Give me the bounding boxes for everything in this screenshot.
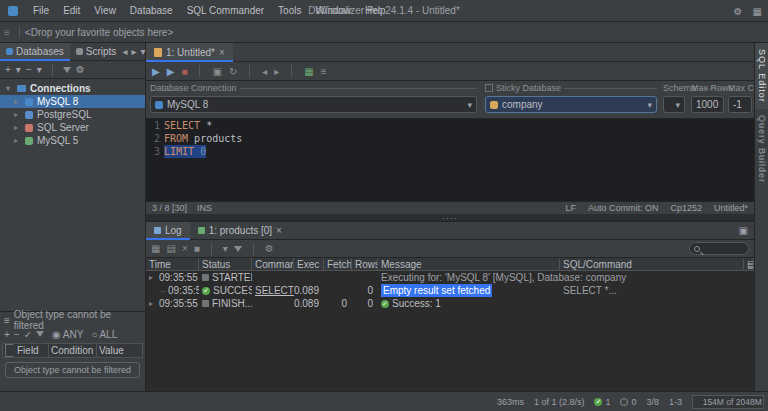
col-exec[interactable]: Exec [294, 258, 324, 271]
stop-icon[interactable]: ■ [181, 66, 187, 77]
tab-untitled[interactable]: 1: Untitled* × [146, 43, 233, 62]
expand-icon[interactable]: ▸ [14, 136, 21, 145]
save-icon[interactable]: ▣ [212, 66, 221, 77]
tab-databases[interactable]: Databases [0, 43, 70, 61]
tree-item-postgresql[interactable]: ▸ PostgreSQL [0, 108, 145, 121]
databases-icon [6, 48, 13, 55]
filter-funnel-icon[interactable] [63, 67, 71, 73]
sort-icon[interactable]: ▾ [223, 243, 228, 254]
document-tabbar: 1: Untitled* × [146, 43, 754, 62]
menu-file[interactable]: File [26, 5, 56, 16]
message-selected[interactable]: Empty result set fetched [381, 284, 492, 297]
filter-disabled-button[interactable]: Object type cannot be filtered [5, 362, 140, 378]
menu-edit[interactable]: Edit [56, 5, 87, 16]
execute-icon[interactable]: ▶ [152, 66, 160, 77]
expand-icon[interactable]: ▸ [149, 271, 156, 284]
database-icon [25, 111, 33, 119]
remove-dropdown-icon[interactable]: ▾ [37, 64, 42, 75]
memory-indicator[interactable]: 154M of 2048M [692, 395, 764, 409]
pause-log-icon[interactable]: ■ [194, 243, 200, 254]
tree-item-mysql8[interactable]: ▸ MySQL 8 [0, 95, 145, 108]
close-tab-icon[interactable]: × [219, 47, 225, 58]
add-connection-icon[interactable]: + [5, 64, 11, 75]
encoding[interactable]: Cp1252 [670, 203, 702, 213]
float-panel-icon[interactable]: ▣ [739, 225, 754, 236]
options-menu-icon[interactable]: ≡ [321, 66, 327, 77]
tab-query-builder[interactable]: Query Builder [755, 109, 768, 189]
tab-log[interactable]: Log [146, 222, 190, 240]
nav-forward-icon[interactable]: ▸ [131, 46, 136, 57]
col-command[interactable]: Command [252, 258, 294, 271]
filter-row-checkbox[interactable] [5, 344, 13, 357]
settings-gear-icon[interactable]: ⚙ [734, 6, 743, 17]
clear-log-icon[interactable]: × [182, 243, 188, 254]
tree-options-icon[interactable]: ⚙ [76, 64, 85, 75]
database-connection-select[interactable]: MySQL 8 ▾ [150, 96, 477, 113]
database-select[interactable]: company ▾ [485, 96, 657, 113]
line-ending[interactable]: LF [565, 203, 576, 213]
tree-item-mysql5[interactable]: ▸ MySQL 5 [0, 134, 145, 147]
filter-add-icon[interactable]: + [4, 329, 10, 340]
max-rows-input[interactable]: 1000 [691, 96, 724, 113]
col-time[interactable]: Time [146, 258, 199, 271]
log-row-success[interactable]: →09:35:55 ✓SUCCESS SELECT 0.089 0 Empty … [146, 284, 754, 297]
execute-current-icon[interactable]: ▶ [167, 66, 175, 77]
favorites-drop-hint: <Drop your favorite objects here> [25, 27, 173, 38]
col-message[interactable]: Message [378, 258, 560, 271]
max-chars-input[interactable]: -1 [728, 96, 752, 113]
expand-icon[interactable]: ▸ [14, 97, 21, 106]
close-tab-icon[interactable]: × [276, 225, 282, 236]
remove-connection-icon[interactable]: − [26, 64, 32, 75]
col-config-icon[interactable]: ▤ [744, 258, 754, 271]
col-status[interactable]: Status [199, 258, 252, 271]
menu-database[interactable]: Database [123, 5, 180, 16]
expand-icon[interactable]: ▸ [14, 123, 21, 132]
expand-icon[interactable]: ▸ [14, 110, 21, 119]
caret-position: 3 / 8 [30] [152, 203, 187, 213]
history-back-icon[interactable]: ◂ [262, 66, 267, 77]
menu-tools[interactable]: Tools [271, 5, 308, 16]
nav-back-icon[interactable]: ◂ [122, 46, 127, 57]
log-row-finished[interactable]: ▸09:35:55 FINISH... 0.089 0 0 ✓Success: … [146, 297, 754, 310]
tab-scripts[interactable]: Scripts [70, 43, 123, 61]
auto-commit-status[interactable]: Auto Commit: ON [588, 203, 659, 213]
menu-window[interactable]: Window [308, 5, 358, 16]
log-list-view-icon[interactable]: ▤ [166, 243, 175, 254]
tree-root-connections[interactable]: ▾ Connections [0, 81, 145, 95]
menu-view[interactable]: View [87, 5, 123, 16]
tab-products-result[interactable]: 1: products [0] × [190, 222, 290, 240]
sql-keyword: SELECT [164, 120, 200, 131]
log-settings-icon[interactable]: ⚙ [265, 243, 274, 254]
filter-remove-icon[interactable]: − [14, 329, 20, 340]
col-fetch[interactable]: Fetch [324, 258, 352, 271]
reload-icon[interactable]: ↻ [229, 66, 237, 77]
time-value: 09:35:55 [168, 284, 199, 297]
sticky-database-checkbox[interactable] [485, 84, 493, 92]
log-grid-view-icon[interactable]: ▦ [151, 243, 160, 254]
history-forward-icon[interactable]: ▸ [274, 66, 279, 77]
radio-any[interactable]: ◉ ANY [52, 329, 83, 340]
tree-item-sqlserver[interactable]: ▸ SQL Server [0, 121, 145, 134]
radio-all[interactable]: ○ ALL [91, 329, 117, 340]
favorites-menu-icon[interactable]: ≡ [4, 27, 10, 38]
add-dropdown-icon[interactable]: ▾ [16, 64, 21, 75]
tab-list-icon[interactable]: ▾ [140, 46, 145, 57]
schema-select[interactable]: ▾ [663, 96, 685, 113]
filter-apply-icon[interactable]: ✓ [24, 329, 32, 340]
commit-icon[interactable]: ▦ [304, 66, 313, 77]
filter-funnel-icon[interactable] [36, 331, 44, 337]
log-filter-icon[interactable] [234, 246, 242, 252]
col-rows[interactable]: Rows [352, 258, 378, 271]
log-search-input[interactable] [689, 242, 749, 255]
expand-icon[interactable]: ▾ [6, 84, 13, 93]
log-row-started[interactable]: ▸09:35:55 STARTED Executing for: 'MySQL … [146, 271, 754, 284]
sql-editor[interactable]: 1 SELECT * 2 FROM products 3 LIMIT 0 [146, 119, 754, 201]
command-link[interactable]: SELECT [252, 284, 294, 297]
menu-help[interactable]: Help [358, 5, 393, 16]
layout-grid-icon[interactable]: ▦ [753, 6, 762, 17]
menu-sql-commander[interactable]: SQL Commander [180, 5, 271, 16]
sql-text: * [200, 120, 212, 131]
col-sql-command[interactable]: SQL/Command [560, 258, 744, 271]
tab-sql-editor[interactable]: SQL Editor [755, 43, 768, 109]
expand-icon[interactable]: ▸ [149, 297, 156, 310]
